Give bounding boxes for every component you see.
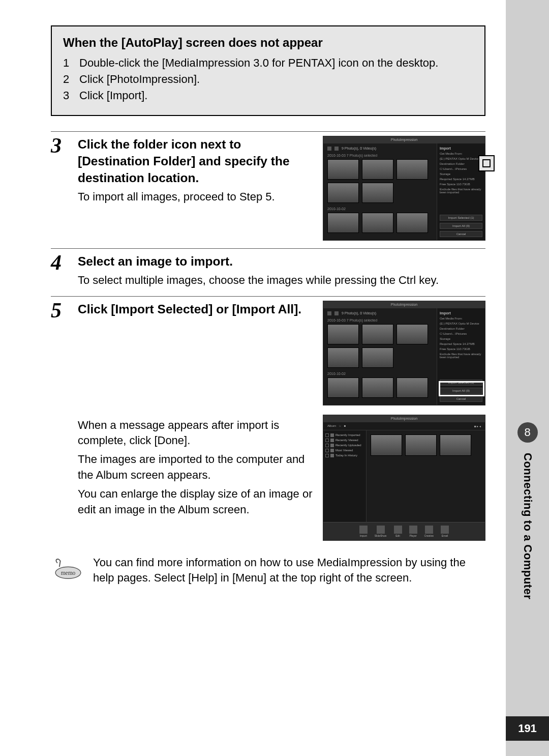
import-panel-title: Import	[440, 147, 482, 150]
step-4: 4 Select an image to import. To select m…	[51, 248, 485, 288]
info-item-number: 1	[63, 55, 73, 71]
memo-note: memo You can find more information on ho…	[51, 555, 485, 587]
sidebar-item[interactable]: Recently Viewed	[336, 439, 358, 442]
app-title: PhotoImpression	[323, 301, 485, 308]
sidebar-item[interactable]: Today In History	[336, 454, 357, 457]
chapter-side-title: Connecting to a Computer	[521, 453, 534, 599]
sidebar-item[interactable]: Recently Imported	[336, 433, 360, 437]
step-4-desc: To select multiple images, choose the im…	[78, 273, 485, 288]
side-tab: 8 Connecting to a Computer 191	[506, 0, 549, 756]
album-toolbar: Import SlideShow Edit Player Creative Em…	[323, 522, 485, 540]
destination-folder-path: C:\Users\...\Pictures	[440, 332, 482, 335]
date-group-1: 2010-10-03 7 Photo(s) selected	[327, 154, 434, 157]
tool-email[interactable]: Email	[441, 526, 449, 537]
date-group-2: 2010-10-02	[327, 372, 434, 375]
info-item-text: Click [Import].	[79, 88, 147, 104]
step-3: 3 Click the folder icon next to [Destina…	[51, 131, 485, 241]
page-number: 191	[506, 716, 549, 741]
media-count: 9 Photo(s), 0 Video(s)	[342, 147, 376, 150]
import-selected-button[interactable]: Import Selected (1)	[440, 215, 482, 221]
svg-text:memo: memo	[61, 569, 76, 575]
storage-required: Required Space 14.27MB	[440, 342, 482, 345]
album-screenshot: PhotoImpression Album ○■■ ▸ ◂ Recently I…	[323, 415, 485, 541]
info-box-title: When the [AutoPlay] screen does not appe…	[63, 36, 473, 50]
cancel-button[interactable]: Cancel	[440, 231, 482, 237]
memo-icon: memo	[53, 558, 84, 583]
import-all-button[interactable]: Import All (9)	[440, 388, 482, 394]
step-5: 5 Click [Import Selected] or [Import All…	[51, 296, 485, 541]
chapter-number-badge: 8	[517, 422, 538, 443]
album-header: Album	[327, 424, 336, 427]
step-5-title: Click [Import Selected] or [Import All].	[78, 301, 313, 317]
tool-player[interactable]: Player	[409, 526, 417, 537]
exclude-imported-label: Exclude files that have already been imp…	[440, 353, 482, 359]
autoplay-info-box: When the [AutoPlay] screen does not appe…	[51, 25, 485, 116]
cancel-button[interactable]: Cancel	[440, 396, 482, 402]
storage-required: Required Space 14.27MB	[440, 178, 482, 181]
step-number: 5	[51, 300, 69, 541]
info-item-number: 2	[63, 71, 73, 88]
step-5-after-1: When a message appears after import is c…	[78, 418, 313, 449]
storage-free: Free Space 110.73GB	[440, 183, 482, 186]
info-item: 3 Click [Import].	[63, 88, 473, 104]
get-media-from-label: Get Media From:	[440, 317, 482, 320]
app-title: PhotoImpression	[323, 136, 485, 143]
storage-label: Storage	[440, 337, 482, 340]
import-all-button[interactable]: Import All (9)	[440, 223, 482, 229]
app-title: PhotoImpression	[323, 415, 485, 422]
step-5-after-3: You can enlarge the display size of an i…	[78, 486, 313, 518]
get-media-from-label: Get Media From:	[440, 152, 482, 155]
info-item-number: 3	[63, 88, 73, 104]
device-name: (E:) PENTAX Optio M Device	[440, 157, 482, 160]
step-3-desc: To import all images, proceed to Step 5.	[78, 189, 313, 205]
import-selected-button[interactable]: Import Selected (1)	[440, 380, 482, 386]
exclude-imported-label: Exclude files that have already been imp…	[440, 188, 482, 194]
storage-label: Storage	[440, 172, 482, 176]
date-group-2: 2010-10-02	[327, 207, 434, 211]
step-number: 3	[51, 135, 69, 241]
import-screenshot-2: PhotoImpression 9 Photo(s), 0 Video(s) 2…	[323, 301, 485, 405]
step-4-title: Select an image to import.	[78, 253, 485, 270]
sidebar-item[interactable]: Recently Uploaded	[336, 444, 361, 447]
import-screenshot-1: PhotoImpression 9 Photo(s), 0 Video(s) 2…	[323, 136, 485, 241]
info-item-text: Click [PhotoImpression].	[79, 71, 200, 88]
tool-slideshow[interactable]: SlideShow	[375, 526, 387, 537]
destination-folder-label: Destination Folder	[440, 327, 482, 330]
info-item: 2 Click [PhotoImpression].	[63, 71, 473, 88]
destination-folder-path: C:\Users\...\Pictures	[440, 167, 482, 170]
date-group-1: 2010-10-03 7 Photo(s) selected	[327, 318, 434, 322]
step-number: 4	[51, 252, 69, 288]
step-5-after-2: The images are imported to the computer …	[78, 452, 313, 483]
tool-creative[interactable]: Creative	[424, 526, 434, 537]
step-3-title: Click the folder icon next to [Destinati…	[78, 136, 313, 186]
import-panel-title: Import	[440, 311, 482, 315]
info-item-text: Double-click the [MediaImpression 3.0 fo…	[79, 55, 438, 71]
info-item: 1 Double-click the [MediaImpression 3.0 …	[63, 55, 473, 71]
sidebar-item[interactable]: Most Viewed	[336, 449, 353, 452]
folder-icon	[482, 159, 491, 167]
album-sidebar: Recently Imported Recently Viewed Recent…	[323, 430, 367, 522]
tool-edit[interactable]: Edit	[394, 526, 402, 537]
device-name: (E:) PENTAX Optio M Device	[440, 322, 482, 325]
tool-import[interactable]: Import	[359, 526, 368, 537]
memo-text: You can find more information on how to …	[93, 555, 485, 587]
destination-folder-label: Destination Folder	[440, 162, 482, 165]
storage-free: Free Space 110.73GB	[440, 347, 482, 351]
media-count: 9 Photo(s), 0 Video(s)	[342, 311, 376, 315]
folder-icon-callout	[478, 155, 495, 171]
